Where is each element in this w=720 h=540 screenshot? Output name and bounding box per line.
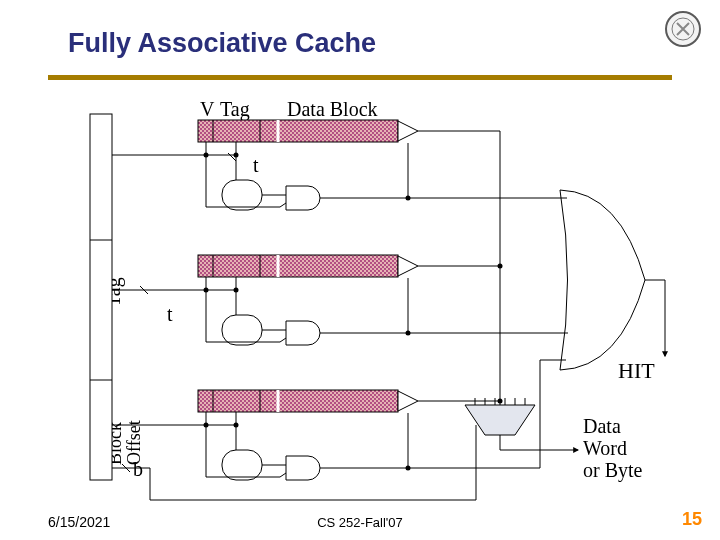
footer-course: CS 252-Fall'07 [0, 515, 720, 530]
svg-point-46 [498, 264, 503, 269]
svg-line-20 [280, 203, 286, 207]
footer-page-number: 15 [682, 509, 702, 530]
address-register [90, 114, 112, 480]
diagram-svg [0, 0, 720, 540]
svg-rect-55 [222, 450, 262, 480]
slide-container: Fully Associative Cache V Tag Data Block… [0, 0, 720, 540]
svg-rect-15 [222, 180, 262, 210]
svg-line-59 [280, 473, 286, 477]
cache-row-1 [112, 255, 560, 345]
svg-rect-35 [222, 315, 262, 345]
hit-or-gate [560, 190, 665, 370]
svg-line-40 [280, 338, 286, 342]
svg-rect-7 [198, 120, 398, 142]
svg-rect-27 [198, 255, 398, 277]
svg-rect-47 [198, 390, 398, 412]
data-mux [112, 398, 578, 500]
